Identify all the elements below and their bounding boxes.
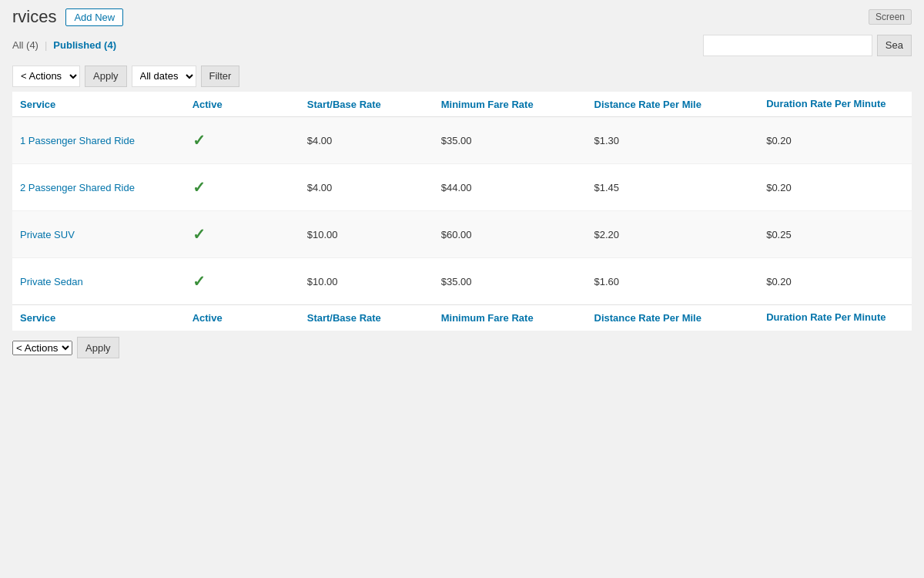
- sub-nav-separator: |: [45, 39, 47, 51]
- col-footer-service: Service: [12, 305, 185, 331]
- table-body: 1 Passenger Shared Ride✓$4.00$35.00$1.30…: [12, 117, 912, 305]
- cell-active: ✓: [185, 164, 300, 211]
- service-link[interactable]: Private SUV: [20, 229, 75, 240]
- page-wrapper: rvices Add New Screen All (4) | Publishe…: [0, 0, 924, 578]
- service-link[interactable]: 1 Passenger Shared Ride: [20, 135, 135, 146]
- cell-service: 1 Passenger Shared Ride: [12, 117, 185, 164]
- cell-start-base: $4.00: [300, 117, 434, 164]
- table-row: 1 Passenger Shared Ride✓$4.00$35.00$1.30…: [12, 117, 912, 164]
- cell-start-base: $10.00: [300, 211, 434, 258]
- services-table: Service Active Start/Base Rate Minimum F…: [12, 92, 912, 331]
- table-footer-row: Service Active Start/Base Rate Minimum F…: [12, 305, 912, 331]
- col-header-min-fare: Minimum Fare Rate: [434, 92, 587, 117]
- cell-service: 2 Passenger Shared Ride: [12, 164, 185, 211]
- services-table-container: Service Active Start/Base Rate Minimum F…: [12, 92, 912, 331]
- dates-select[interactable]: All dates: [132, 66, 196, 87]
- col-footer-active: Active: [185, 305, 300, 331]
- cell-service: Private SUV: [12, 211, 185, 258]
- published-link[interactable]: Published (4): [53, 39, 116, 51]
- active-checkmark: ✓: [192, 132, 206, 149]
- table-row: Private Sedan✓$10.00$35.00$1.60$0.20: [12, 258, 912, 305]
- actions-select-top[interactable]: < Actions: [12, 66, 80, 87]
- cell-min-fare: $44.00: [434, 164, 587, 211]
- cell-dur-rate: $0.20: [758, 117, 912, 164]
- cell-dist-rate: $2.20: [587, 211, 759, 258]
- active-checkmark: ✓: [192, 273, 206, 290]
- add-new-button[interactable]: Add New: [65, 8, 123, 26]
- search-area: Sea: [703, 35, 912, 56]
- service-link[interactable]: Private Sedan: [20, 276, 83, 287]
- active-checkmark: ✓: [192, 226, 206, 243]
- sub-nav: All (4) | Published (4) Sea: [0, 32, 924, 61]
- cell-dur-rate: $0.20: [758, 164, 912, 211]
- cell-start-base: $4.00: [300, 164, 434, 211]
- table-row: Private SUV✓$10.00$60.00$2.20$0.25: [12, 211, 912, 258]
- all-link[interactable]: All (4): [12, 39, 38, 51]
- cell-min-fare: $35.00: [434, 117, 587, 164]
- page-title: rvices: [12, 6, 56, 29]
- screen-options-button[interactable]: Screen: [869, 9, 912, 25]
- actions-select-bottom[interactable]: < Actions: [12, 341, 72, 355]
- table-row: 2 Passenger Shared Ride✓$4.00$44.00$1.45…: [12, 164, 912, 211]
- top-toolbar: < Actions Apply All dates Filter: [0, 61, 924, 92]
- filter-button[interactable]: Filter: [201, 66, 240, 87]
- table-header-row: Service Active Start/Base Rate Minimum F…: [12, 92, 912, 117]
- cell-start-base: $10.00: [300, 258, 434, 305]
- col-header-service: Service: [12, 92, 185, 117]
- active-checkmark: ✓: [192, 179, 206, 196]
- col-footer-dist-rate: Distance Rate Per Mile: [587, 305, 759, 331]
- cell-dist-rate: $1.45: [587, 164, 759, 211]
- cell-service: Private Sedan: [12, 258, 185, 305]
- apply-button-bottom[interactable]: Apply: [77, 337, 119, 358]
- search-input[interactable]: [703, 35, 872, 56]
- col-header-active: Active: [185, 92, 300, 117]
- cell-min-fare: $35.00: [434, 258, 587, 305]
- cell-dist-rate: $1.60: [587, 258, 759, 305]
- cell-active: ✓: [185, 258, 300, 305]
- cell-dur-rate: $0.20: [758, 258, 912, 305]
- col-footer-dur-rate: Duration Rate Per Minute: [758, 305, 912, 331]
- sub-nav-links: All (4) | Published (4): [12, 39, 116, 51]
- screen-options-area: Screen: [869, 9, 912, 25]
- apply-button-top[interactable]: Apply: [85, 66, 127, 87]
- cell-min-fare: $60.00: [434, 211, 587, 258]
- service-link[interactable]: 2 Passenger Shared Ride: [20, 182, 135, 193]
- cell-active: ✓: [185, 117, 300, 164]
- col-header-dur-rate: Duration Rate Per Minute: [758, 92, 912, 117]
- col-footer-min-fare: Minimum Fare Rate: [434, 305, 587, 331]
- bottom-toolbar: < Actions Apply: [0, 331, 924, 365]
- top-bar: rvices Add New Screen: [0, 0, 924, 32]
- cell-dur-rate: $0.25: [758, 211, 912, 258]
- col-footer-start-base: Start/Base Rate: [300, 305, 434, 331]
- page-title-row: rvices Add New: [12, 6, 123, 29]
- cell-active: ✓: [185, 211, 300, 258]
- col-header-dist-rate: Distance Rate Per Mile: [587, 92, 759, 117]
- search-button[interactable]: Sea: [877, 35, 912, 56]
- cell-dist-rate: $1.30: [587, 117, 759, 164]
- col-header-start-base: Start/Base Rate: [300, 92, 434, 117]
